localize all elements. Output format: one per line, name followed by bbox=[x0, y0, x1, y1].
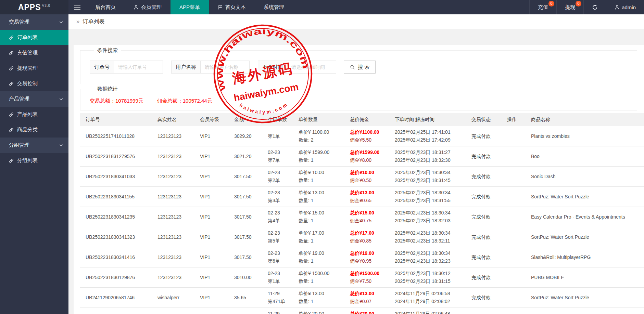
sidebar-item-label: 充值管理 bbox=[17, 50, 38, 56]
level-cell: VIP1 bbox=[197, 187, 231, 207]
sidebar-item-label: 分组管理 bbox=[9, 142, 29, 148]
action-cell bbox=[504, 187, 528, 207]
table-header-row: 订单号真实姓名会员等级金额今日单数单价数量总价佣金下单时间 解冻时间交易状态操作… bbox=[80, 113, 644, 126]
sidebar-item-group-management[interactable]: 分组管理 bbox=[0, 138, 68, 153]
sidebar-item-order-list[interactable]: 订单列表 bbox=[0, 30, 68, 45]
total-comm-cell: 总价¥20.00佣金¥0.10 bbox=[346, 308, 391, 314]
real-name-cell: 123123123 bbox=[154, 227, 197, 247]
product-name-cell: SortPuz: Water Sort Puzzle bbox=[528, 288, 644, 308]
search-input-order-no[interactable] bbox=[114, 61, 163, 73]
price-qty-cell: 单价¥ 1599.00数量: 1 bbox=[295, 146, 346, 167]
product-name-cell: Plants vs zombies bbox=[528, 126, 644, 146]
order-no-cell: UB2502251741011028 bbox=[80, 126, 154, 146]
link-icon bbox=[9, 128, 14, 132]
sidebar-item-label: 交易控制 bbox=[17, 80, 38, 87]
total-comm-cell: 总价¥15.00佣金¥0.75 bbox=[346, 207, 391, 227]
action-cell bbox=[504, 247, 528, 267]
top-header: APPS V3.0 后台首页会员管理APP菜单首页文本系统管理 充值0提现0ad… bbox=[0, 0, 644, 14]
total-comm-cell: 总价¥13.00佣金¥0.07 bbox=[346, 288, 391, 308]
topnav-item-app-menu[interactable]: APP菜单 bbox=[171, 0, 209, 14]
real-name-cell: 123123123 bbox=[154, 247, 197, 267]
amount-cell: 3010.00 bbox=[231, 267, 264, 288]
status-cell: 完成付款 bbox=[468, 308, 504, 314]
stats-fieldset: 数据统计 交易总额：10781999元佣金总额：100572.44元 bbox=[80, 86, 637, 110]
sidebar-item-recharge-management[interactable]: 充值管理 bbox=[0, 45, 68, 61]
content-panel: 条件搜索 订单号用户名称下单时间搜 索 数据统计 交易总额：10781999元佣… bbox=[74, 45, 644, 314]
topnav-item-home-text[interactable]: 首页文本 bbox=[209, 0, 255, 14]
util-withdraw[interactable]: 提现0 bbox=[556, 0, 583, 14]
level-cell: VIP1 bbox=[197, 247, 231, 267]
util-label: 提现 bbox=[565, 4, 575, 11]
sidebar-item-withdraw-management[interactable]: 提现管理 bbox=[0, 61, 68, 76]
times-cell: 2025年02月23日 18:30:342025年02月23日 18:32:11 bbox=[391, 227, 468, 247]
breadcrumb: » 订单列表 bbox=[68, 14, 644, 29]
hamburger-menu-icon[interactable] bbox=[68, 0, 86, 14]
product-name-cell: My Talking Tom Friends bbox=[528, 308, 644, 314]
action-cell bbox=[504, 288, 528, 308]
main-area: » 订单列表 条件搜索 订单号用户名称下单时间搜 索 数据统计 交易总额：107… bbox=[68, 14, 644, 314]
search-label-order-no: 订单号 bbox=[90, 61, 114, 73]
sidebar-item-group-list[interactable]: 分组列表 bbox=[0, 153, 68, 168]
topnav-item-system-management[interactable]: 系统管理 bbox=[255, 0, 293, 14]
sidebar-item-trade-control[interactable]: 交易控制 bbox=[0, 76, 68, 91]
total-comm-cell: 总价¥17.00佣金¥0.85 bbox=[346, 227, 391, 247]
column-header-real_name: 真实姓名 bbox=[154, 113, 197, 126]
stat-value: 100572.44元 bbox=[183, 98, 212, 104]
topnav-item-member-management[interactable]: 会员管理 bbox=[125, 0, 171, 14]
status-cell: 完成付款 bbox=[468, 247, 504, 267]
util-admin[interactable]: admin bbox=[606, 0, 644, 14]
order-no-cell: UB2502231830341155 bbox=[80, 187, 154, 207]
util-label: 充值 bbox=[538, 4, 548, 11]
sidebar-item-trade-management[interactable]: 交易管理 bbox=[0, 14, 68, 30]
table-row: UB2411290206581746wishalperrVIP135.6511-… bbox=[80, 288, 644, 308]
product-name-cell: Easy Calendar Pro - Events & Appointment… bbox=[528, 207, 644, 227]
sidebar-item-label: 订单列表 bbox=[17, 34, 38, 41]
table-row: UB2502231830341235123123123VIP13017.5002… bbox=[80, 207, 644, 227]
table-row: UB2411290206485609wishalperrVIP135.5511-… bbox=[80, 308, 644, 314]
total-comm-cell: 总价¥1100.00佣金¥5.50 bbox=[346, 126, 391, 146]
today-count-cell: 02-23第3单 bbox=[264, 187, 295, 207]
amount-cell: 3017.50 bbox=[231, 167, 264, 187]
sidebar-item-product-management[interactable]: 产品管理 bbox=[0, 91, 68, 107]
today-count-cell: 第1单 bbox=[264, 126, 295, 146]
search-input-user-name[interactable] bbox=[201, 61, 249, 73]
search-group-order-no: 订单号 bbox=[90, 61, 163, 74]
order-no-cell: UB2502231830341416 bbox=[80, 247, 154, 267]
total-comm-cell: 总价¥10.00佣金¥0.50 bbox=[346, 167, 391, 187]
search-group-user-name: 用户名称 bbox=[171, 61, 250, 74]
order-no-cell: UB2411290206485609 bbox=[80, 308, 154, 314]
util-refresh[interactable] bbox=[583, 0, 606, 14]
today-count-cell: 02-23第5单 bbox=[264, 227, 295, 247]
real-name-cell: 123123123 bbox=[154, 167, 197, 187]
util-recharge[interactable]: 充值0 bbox=[529, 0, 556, 14]
search-label-user-name: 用户名称 bbox=[172, 61, 201, 73]
amount-cell: 3017.50 bbox=[231, 227, 264, 247]
link-icon bbox=[9, 158, 14, 163]
level-cell: VIP1 bbox=[197, 146, 231, 167]
order-no-cell: UB2502231830341323 bbox=[80, 227, 154, 247]
topnav-item-label: 首页文本 bbox=[225, 4, 246, 11]
column-header-status: 交易状态 bbox=[468, 113, 504, 126]
search-fieldset: 条件搜索 订单号用户名称下单时间搜 索 bbox=[80, 47, 637, 84]
stat-item: 交易总额：10781999元 bbox=[90, 98, 143, 104]
product-name-cell: PUBG MOBILE bbox=[528, 267, 644, 288]
topnav-item-home[interactable]: 后台首页 bbox=[86, 0, 125, 14]
sidebar-item-label: 产品列表 bbox=[17, 111, 38, 118]
sidebar-item-goods-category[interactable]: 商品分类 bbox=[0, 122, 68, 138]
topnav: 后台首页会员管理APP菜单首页文本系统管理 bbox=[86, 0, 293, 14]
order-no-cell: UB2502231830341033 bbox=[80, 167, 154, 187]
refresh-icon bbox=[592, 4, 598, 10]
stat-label: 佣金总额： bbox=[157, 98, 183, 104]
stat-label: 交易总额： bbox=[90, 98, 115, 104]
stat-item: 佣金总额：100572.44元 bbox=[157, 98, 212, 104]
sidebar-item-product-list[interactable]: 产品列表 bbox=[0, 107, 68, 122]
column-header-amount: 金额 bbox=[231, 113, 264, 126]
search-button[interactable]: 搜 索 bbox=[344, 61, 376, 74]
sidebar-item-label: 商品分类 bbox=[17, 127, 38, 133]
stats-legend: 数据统计 bbox=[94, 86, 121, 92]
sidebar-item-label: 提现管理 bbox=[17, 65, 38, 71]
today-count-cell: 02-23第6单 bbox=[264, 247, 295, 267]
search-input-order-time[interactable] bbox=[287, 61, 336, 73]
real-name-cell: wishalperr bbox=[154, 308, 197, 314]
order-no-cell: UB2411290206581746 bbox=[80, 288, 154, 308]
